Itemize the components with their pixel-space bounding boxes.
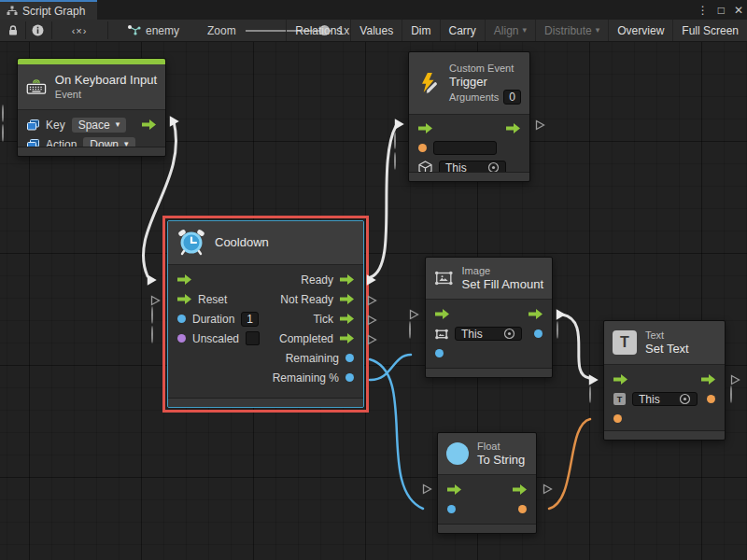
settext-enter-input-port[interactable] [587, 373, 599, 386]
duration-field[interactable]: 1 [241, 312, 259, 327]
event-name-field[interactable] [433, 141, 497, 155]
float-port-dot[interactable] [435, 349, 444, 357]
object-picker-icon[interactable] [679, 393, 691, 405]
relations-button[interactable]: Relations [286, 20, 350, 41]
remaining-port-label: Remaining [286, 352, 339, 365]
arguments-field[interactable]: 0 [503, 90, 521, 105]
node-trigger-custom-event[interactable]: Custom Event Trigger Arguments 0 [408, 51, 530, 182]
cooldown-not-ready-output-port[interactable] [367, 295, 377, 306]
custom-event-trigger-input-port[interactable] [393, 118, 405, 131]
chevron-down-icon: ▾ [116, 120, 120, 129]
duration-port-label: Duration [192, 313, 234, 326]
wire-image-to-settext[interactable] [562, 315, 589, 378]
alarm-clock-icon [176, 229, 206, 257]
flow-arrow-icon [613, 374, 627, 385]
keyboard-trigger-output-port[interactable] [168, 115, 180, 128]
cooldown-tick-output-port[interactable] [367, 315, 377, 326]
node-footer [168, 398, 363, 407]
not-ready-port-label: Not Ready [280, 293, 333, 306]
lock-button[interactable] [2, 20, 24, 41]
flow-arrow-icon [701, 374, 715, 385]
carry-button[interactable]: Carry [440, 20, 485, 41]
tostring-exit-output-port[interactable] [543, 483, 553, 495]
ready-port-label: Ready [301, 273, 333, 287]
node-type: Text [645, 329, 689, 342]
info-icon [32, 24, 44, 36]
node-float-to-string[interactable]: Float To String [437, 432, 537, 534]
chevron-down-icon: ▾ [523, 26, 528, 35]
float-port-dot[interactable] [345, 354, 354, 362]
wire-tostring-to-settext[interactable] [549, 419, 590, 509]
cooldown-enter-input-port[interactable] [146, 273, 158, 287]
graph-target-name: enemy [146, 24, 179, 37]
node-cooldown[interactable]: Cooldown Ready Reset Not Ready Duration … [167, 220, 364, 408]
node-text-set-text[interactable]: T Text Set Text T This [603, 320, 726, 441]
graph-target-breadcrumb[interactable]: enemy [127, 20, 179, 41]
flow-arrow-icon [529, 309, 543, 319]
string-port-dot[interactable] [418, 144, 427, 152]
float-port-dot[interactable] [534, 329, 543, 338]
flow-arrow-icon [513, 484, 527, 495]
window-menu-icon[interactable]: ⋮ [698, 4, 709, 17]
wire-remainingpct-to-fillamount[interactable] [370, 355, 411, 380]
node-footer [409, 172, 529, 181]
values-button[interactable]: Values [350, 20, 402, 41]
settext-exit-output-port[interactable] [730, 374, 740, 385]
zoom-label: Zoom [207, 24, 236, 37]
node-title: To String [477, 453, 525, 468]
completed-port-label: Completed [279, 332, 333, 345]
wire-cooldown-ready-to-trigger[interactable] [371, 126, 396, 277]
string-port-dot[interactable] [613, 414, 622, 423]
cooldown-ready-output-port[interactable] [365, 273, 377, 287]
object-picker-icon[interactable] [503, 328, 515, 340]
custom-event-trigger-output-port[interactable] [535, 119, 545, 131]
string-port-dot[interactable] [518, 505, 527, 513]
graph-node-icon [127, 24, 141, 36]
lock-icon [7, 24, 19, 36]
float-port-dot[interactable] [177, 315, 186, 323]
script-graph-window: Script Graph ⋮ □ ✕ ‹×› enemy Zoom [0, 0, 747, 560]
string-port-dot[interactable] [707, 395, 715, 403]
custom-event-icon [417, 69, 441, 97]
close-icon[interactable]: ✕ [734, 4, 743, 17]
node-title: Cooldown [215, 235, 269, 250]
distribute-dropdown[interactable]: Distribute▾ [535, 20, 608, 41]
node-on-keyboard-input[interactable]: On Keyboard Input Event Key Space▾ Actio… [17, 58, 166, 157]
target-object-field[interactable]: This [632, 392, 698, 406]
graph-tab-icon [7, 6, 18, 16]
dim-button[interactable]: Dim [402, 20, 439, 41]
toolbar: ‹×› enemy Zoom 1x Relations Values Dim C… [0, 20, 747, 42]
tostring-enter-input-port[interactable] [422, 483, 432, 495]
remaining-pct-port-label: Remaining % [273, 371, 339, 385]
float-port-dot[interactable] [345, 373, 354, 382]
code-view-button[interactable]: ‹×› [52, 20, 106, 41]
image-exit-output-port[interactable] [555, 308, 567, 321]
node-footer [18, 147, 165, 156]
unscaled-port-label: Unscaled [192, 332, 239, 345]
target-object-field[interactable]: This [455, 327, 522, 341]
fullscreen-button[interactable]: Full Screen [672, 20, 747, 41]
flow-arrow-icon [177, 274, 191, 285]
maximize-icon[interactable]: □ [718, 4, 725, 17]
arguments-label: Arguments [449, 91, 499, 104]
node-title: Trigger [449, 75, 521, 90]
overview-button[interactable]: Overview [608, 20, 672, 41]
wire-remaining-to-tostring[interactable] [370, 359, 423, 509]
graph-canvas[interactable]: On Keyboard Input Event Key Space▾ Actio… [0, 42, 747, 560]
flow-arrow-icon [340, 314, 354, 324]
flow-arrow-icon [447, 484, 461, 495]
node-image-set-fill-amount[interactable]: Image Set Fill Amount This [425, 257, 553, 378]
image-enter-input-port[interactable] [409, 309, 419, 320]
cooldown-completed-output-port[interactable] [367, 334, 377, 345]
unscaled-checkbox[interactable] [246, 331, 260, 345]
cooldown-highlight-box: Cooldown Ready Reset Not Ready Duration … [162, 216, 369, 413]
align-dropdown[interactable]: Align▾ [485, 20, 535, 41]
bool-port-dot[interactable] [177, 334, 186, 343]
keyboard-icon [26, 75, 47, 99]
float-port-dot[interactable] [447, 505, 456, 513]
info-button[interactable] [26, 20, 49, 41]
tab-script-graph[interactable]: Script Graph [0, 0, 97, 20]
flow-arrow-icon [340, 294, 354, 304]
key-dropdown[interactable]: Space▾ [72, 118, 127, 133]
cooldown-reset-input-port[interactable] [150, 295, 161, 306]
